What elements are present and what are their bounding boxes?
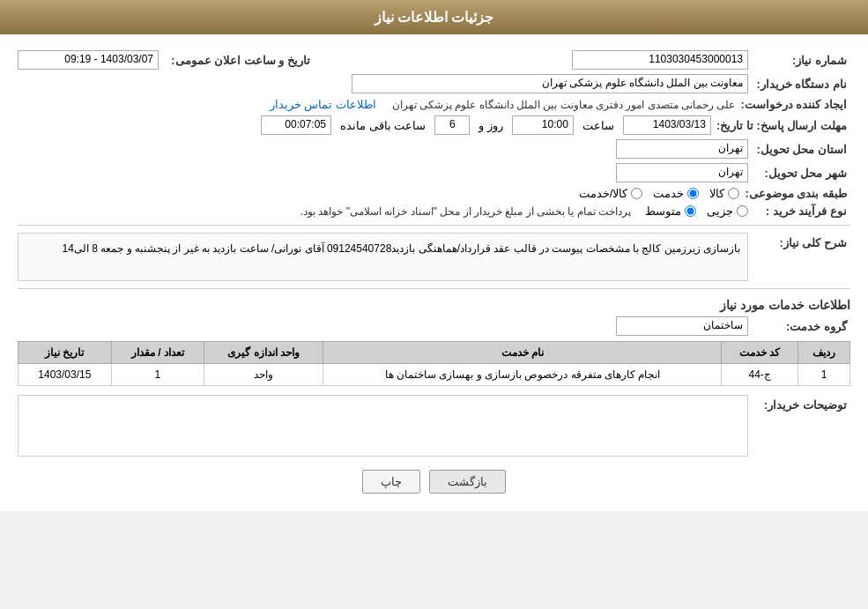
deadline-label: مهلت ارسال پاسخ: تا تاریخ: <box>716 119 850 132</box>
deadline-days: 6 <box>434 115 470 135</box>
comments-label: توضیحات خریدار: <box>753 395 850 412</box>
description-value: بازسازی زیرزمین کالج با مشخصات پیوست در … <box>18 233 748 281</box>
page-wrapper: جزئیات اطلاعات نیاز شماره نیاز: 11030304… <box>0 0 868 511</box>
col-header-date: تاریخ نیاز <box>19 342 112 364</box>
radio-motavsat-input[interactable] <box>685 205 696 217</box>
services-section-title: اطلاعات خدمات مورد نیاز <box>18 298 850 312</box>
need-number-value: 1103030453000013 <box>572 50 748 70</box>
print-button[interactable]: چاپ <box>362 470 420 494</box>
radio-kala-label: کالا <box>709 187 724 200</box>
radio-khadamat: خدمت <box>653 187 699 200</box>
service-group-label: گروه خدمت: <box>753 320 850 333</box>
col-header-quantity: تعداد / مقدار <box>111 342 204 364</box>
radio-kala-khadamat: کالا/خدمت <box>579 187 643 200</box>
radio-kala-khadamat-label: کالا/خدمت <box>579 187 628 200</box>
creator-value: علی رحمانی متصدی امور دفتری معاونت بین ا… <box>392 99 736 111</box>
purchase-type-note: پرداخت تمام یا بخشی از مبلغ خریدار از مح… <box>300 205 631 218</box>
radio-kala: کالا <box>709 187 739 200</box>
buyer-org-value: معاونت بین الملل دانشگاه علوم پزشکی تهرا… <box>352 74 748 93</box>
radio-jozvi-input[interactable] <box>737 205 748 217</box>
radio-khadamat-label: خدمت <box>653 187 684 200</box>
deadline-day-label: روز و <box>479 119 503 132</box>
row-service-group: گروه خدمت: ساختمان <box>18 316 850 336</box>
col-header-rownum: ردیف <box>798 342 850 364</box>
table-cell: 1 <box>798 364 850 386</box>
page-title: جزئیات اطلاعات نیاز <box>375 10 494 25</box>
table-row: 1ج-44انجام کارهای متفرقه درخصوص بازسازی … <box>19 364 850 386</box>
services-table-header-row: ردیف کد خدمت نام خدمت واحد اندازه گیری ت… <box>19 342 850 364</box>
buttons-row: بازگشت چاپ <box>18 470 850 494</box>
date-value: 1403/03/07 - 09:19 <box>18 50 159 70</box>
col-header-code: کد خدمت <box>722 342 798 364</box>
creator-label: ایجاد کننده درخواست: <box>740 98 850 111</box>
purchase-type-label: نوع فرآیند خرید : <box>753 204 850 218</box>
contact-link[interactable]: اطلاعات تماس خریدار <box>270 98 376 111</box>
purchase-type-radio-group: جزیی متوسط <box>645 204 748 218</box>
category-radio-group: کالا خدمت کالا/خدمت <box>579 187 740 200</box>
table-cell: 1403/03/15 <box>19 364 112 386</box>
category-label: طبقه بندی موضوعی: <box>745 187 850 200</box>
deadline-time: 10:00 <box>512 115 574 135</box>
table-cell: انجام کارهای متفرقه درخصوص بازسازی و بهس… <box>323 364 722 386</box>
row-buyer-org: نام دستگاه خریدار: معاونت بین الملل دانش… <box>18 74 850 93</box>
radio-jozvi-label: جزیی <box>707 204 733 218</box>
main-content: شماره نیاز: 1103030453000013 تاریخ و ساع… <box>0 34 868 511</box>
radio-jozvi: جزیی <box>707 204 748 218</box>
back-button[interactable]: بازگشت <box>429 470 506 494</box>
deadline-remaining: 00:07:05 <box>261 115 331 135</box>
table-cell: ج-44 <box>722 364 798 386</box>
deadline-remaining-label: ساعت باقی مانده <box>340 119 426 132</box>
page-header: جزئیات اطلاعات نیاز <box>0 0 868 34</box>
deadline-time-label: ساعت <box>582 119 614 132</box>
city-label: شهر محل تحویل: <box>753 167 850 180</box>
service-group-value: ساختمان <box>616 316 748 336</box>
divider-1 <box>18 225 850 226</box>
radio-kala-input[interactable] <box>728 188 739 199</box>
services-table: ردیف کد خدمت نام خدمت واحد اندازه گیری ت… <box>18 341 850 386</box>
col-header-unit: واحد اندازه گیری <box>204 342 323 364</box>
row-description: شرح کلی نیاز: بازسازی زیرزمین کالج با مش… <box>18 233 850 281</box>
table-cell: 1 <box>111 364 204 386</box>
province-label: استان محل تحویل: <box>753 143 850 156</box>
date-label: تاریخ و ساعت اعلان عمومی: <box>164 54 314 67</box>
deadline-date: 1403/03/13 <box>623 115 711 135</box>
buyer-org-label: نام دستگاه خریدار: <box>753 78 850 91</box>
city-value: تهران <box>616 163 748 182</box>
divider-2 <box>18 288 850 289</box>
row-city: شهر محل تحویل: تهران <box>18 163 850 182</box>
table-cell: واحد <box>204 364 323 386</box>
radio-motavsat-label: متوسط <box>645 204 681 218</box>
comments-textarea[interactable] <box>18 395 748 457</box>
row-comments: توضیحات خریدار: <box>18 395 850 457</box>
radio-motavsat: متوسط <box>645 204 696 218</box>
row-purchase-type: نوع فرآیند خرید : جزیی متوسط پرداخت تمام… <box>18 204 850 218</box>
need-number-label: شماره نیاز: <box>753 54 850 67</box>
description-label: شرح کلی نیاز: <box>753 233 850 249</box>
row-need-number: شماره نیاز: 1103030453000013 تاریخ و ساع… <box>18 50 850 70</box>
province-value: تهران <box>616 139 748 159</box>
radio-kala-khadamat-input[interactable] <box>631 188 642 199</box>
col-header-name: نام خدمت <box>323 342 722 364</box>
radio-khadamat-input[interactable] <box>687 188 699 199</box>
comments-section: توضیحات خریدار: <box>18 395 850 457</box>
row-deadline: مهلت ارسال پاسخ: تا تاریخ: 1403/03/13 سا… <box>18 115 850 135</box>
services-section: اطلاعات خدمات مورد نیاز گروه خدمت: ساختم… <box>18 298 850 386</box>
row-province: استان محل تحویل: تهران <box>18 139 850 159</box>
row-category: طبقه بندی موضوعی: کالا خدمت کالا/خدمت <box>18 187 850 200</box>
row-creator: ایجاد کننده درخواست: علی رحمانی متصدی ام… <box>18 98 850 111</box>
